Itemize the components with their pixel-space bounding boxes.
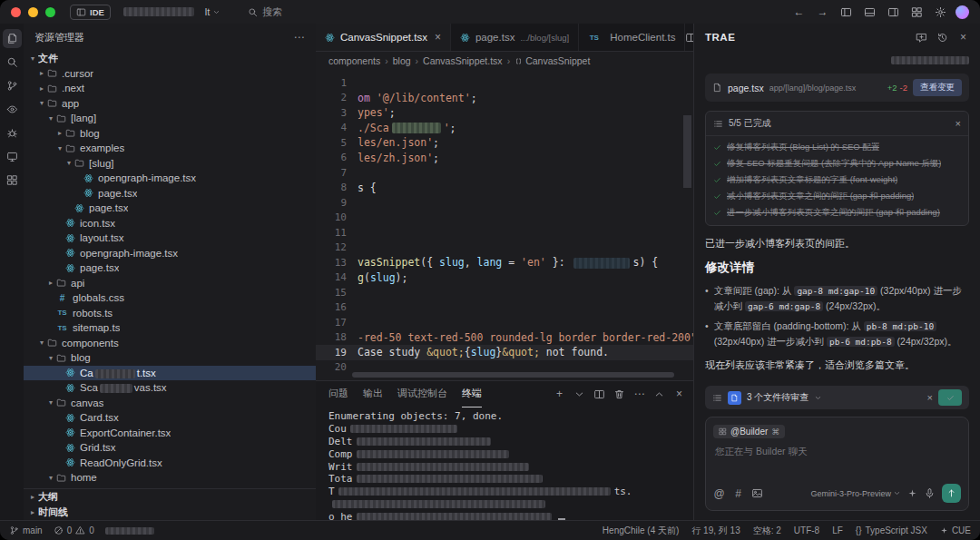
terminal-output[interactable]: Enumerating objects: 7, done.CouDeltComp… (316, 407, 694, 520)
tree-item[interactable]: layout.tsx (24, 231, 316, 246)
panel-tab[interactable]: 输出 (363, 381, 383, 407)
code-line[interactable]: 6les/zh.json'; (316, 151, 694, 166)
code-line[interactable]: 2om '@/lib/content'; (316, 91, 694, 106)
code-line[interactable]: 4./Sca'; (316, 121, 694, 136)
vertical-scrollbar[interactable] (683, 115, 691, 188)
breadcrumb-item[interactable]: blog (393, 55, 411, 66)
code-line[interactable]: 9 (316, 195, 694, 211)
code-line[interactable]: 13vasSnippet({ slug, lang = 'en' }: s) { (316, 255, 694, 270)
changed-file-card[interactable]: page.tsx app/[lang]/blog/page.tsx +2 -2 … (705, 74, 969, 102)
code-editor[interactable]: 12om '@/lib/content';3ypes';4./Sca';5les… (316, 70, 694, 380)
panel-tab[interactable]: 问题 (328, 381, 348, 407)
tree-item[interactable]: ▸.next (24, 81, 316, 96)
tree-item[interactable]: ReadOnlyGrid.tsx (24, 456, 316, 471)
editor-tab[interactable]: TSHomeClient.ts (579, 24, 685, 51)
close-icon[interactable]: × (957, 32, 969, 44)
activity-source-control[interactable] (3, 76, 22, 95)
arrow-right-icon[interactable]: → (817, 6, 828, 18)
breadcrumb-item[interactable]: components (328, 55, 380, 66)
code-line[interactable]: 14g(slug); (316, 270, 694, 286)
close-icon[interactable]: × (435, 31, 441, 44)
branch-selector[interactable]: lt (205, 6, 221, 17)
horizontal-scrollbar[interactable] (352, 372, 674, 378)
tree-item[interactable]: TSsitemap.ts (24, 320, 316, 336)
tree-item[interactable]: ExportContainer.tsx (24, 426, 316, 441)
more-icon[interactable]: ⋯ (633, 388, 645, 400)
at-icon[interactable]: @ (713, 487, 725, 499)
close-icon[interactable]: × (956, 118, 961, 129)
tree-item[interactable]: ▾[slug] (24, 156, 316, 172)
tree-item[interactable]: Cat.tsx (24, 366, 316, 381)
avatar[interactable] (956, 5, 969, 19)
panel-tab[interactable]: 终端 (462, 381, 482, 407)
layout-left-icon[interactable] (840, 6, 852, 18)
activity-search[interactable] (3, 53, 22, 72)
code-line[interactable]: 18-red-50 text-red-500 rounded-lg border… (316, 330, 694, 346)
traffic-minimize-button[interactable] (28, 7, 38, 17)
close-icon[interactable]: × (927, 392, 933, 403)
code-line[interactable]: 5les/en.json'; (316, 135, 694, 151)
layout-bottom-icon[interactable] (864, 6, 876, 18)
trae-chat-scroll[interactable]: page.tsx app/[lang]/blog/page.tsx +2 -2 … (694, 51, 980, 378)
tree-item[interactable]: opengraph-image.tsx (24, 171, 316, 186)
image-icon[interactable] (751, 487, 763, 499)
indentation-setting[interactable]: 空格: 2 (753, 525, 781, 537)
chat-input-card[interactable]: @Builder ⌘ @# Gemini-3-Pro-Preview (705, 417, 969, 511)
tree-item[interactable]: #globals.css (24, 290, 316, 306)
eol-setting[interactable]: LF (832, 525, 843, 535)
code-line[interactable]: 19Case study &quot;{slug}&quot; not foun… (316, 345, 694, 360)
tree-item[interactable]: Scavas.tsx (24, 380, 316, 396)
activity-remote[interactable] (3, 147, 22, 166)
code-line[interactable]: 10 (316, 211, 694, 226)
review-bar[interactable]: 3 个文件待审查 × (705, 386, 969, 409)
chevup-icon[interactable] (653, 388, 665, 400)
view-changes-button[interactable]: 查看变更 (913, 79, 962, 96)
tree-item[interactable]: Grid.tsx (24, 440, 316, 456)
chat-input[interactable] (713, 444, 961, 484)
tree-section[interactable]: ▸大纲 (24, 489, 316, 505)
layout-right-icon[interactable] (887, 6, 899, 18)
tree-section[interactable]: ▸时间线 (24, 505, 316, 520)
tree-item[interactable]: ▾canvas (24, 396, 316, 411)
send-button[interactable] (942, 484, 961, 503)
language-mode[interactable]: {} TypeScript JSX (856, 525, 927, 535)
more-icon[interactable]: ⋯ (293, 32, 305, 44)
problems-indicator[interactable]: 0 0 (54, 525, 94, 535)
model-selector[interactable]: Gemini-3-Pro-Preview (810, 489, 901, 498)
tree-item[interactable]: ▾blog (24, 350, 316, 366)
plus-icon[interactable]: + (554, 388, 565, 400)
code-line[interactable]: 17 (316, 315, 694, 330)
code-line[interactable]: 15 (316, 285, 694, 300)
encoding-setting[interactable]: UTF-8 (794, 525, 819, 535)
tree-item[interactable]: ▸.cursor (24, 66, 316, 82)
tree-item[interactable]: page.tsx (24, 260, 316, 276)
tree-item[interactable]: ▾home (24, 470, 316, 486)
tree-item[interactable]: icon.tsx (24, 216, 316, 231)
approve-all-button[interactable] (938, 389, 962, 406)
tree-item[interactable]: ▾examples (24, 141, 316, 156)
tree-item[interactable]: page.tsx (24, 201, 316, 216)
split-icon[interactable] (593, 388, 605, 400)
activity-extensions[interactable] (3, 171, 22, 190)
hash-icon[interactable]: # (732, 487, 744, 499)
code-line[interactable]: 3ypes'; (316, 105, 694, 121)
tree-item[interactable]: ▸blog (24, 126, 316, 142)
close-icon[interactable]: × (673, 388, 685, 400)
editor-tab[interactable]: CanvasSnippet.tsx× (316, 24, 451, 51)
grid-icon[interactable] (911, 6, 923, 18)
tree-item[interactable]: opengraph-image.tsx (24, 246, 316, 261)
mic-icon[interactable] (924, 487, 936, 499)
chatplus-icon[interactable] (916, 32, 927, 44)
panel-tab[interactable]: 调试控制台 (397, 381, 447, 407)
code-line[interactable]: 7 (316, 165, 694, 181)
editor-tab[interactable]: page.tsx.../blog/[slug] (451, 24, 579, 51)
activity-debug[interactable] (3, 123, 22, 142)
tree-item[interactable]: ▾[lang] (24, 111, 316, 126)
tree-item[interactable]: ▾components (24, 336, 316, 351)
builder-chip[interactable]: @Builder ⌘ (713, 425, 785, 438)
sparkle-icon[interactable] (907, 488, 917, 498)
tree-section[interactable]: ▾文件 (24, 51, 316, 66)
arrow-left-icon[interactable]: ← (793, 6, 805, 18)
code-line[interactable]: 16 (316, 300, 694, 316)
code-line[interactable]: 8s { (316, 181, 694, 196)
